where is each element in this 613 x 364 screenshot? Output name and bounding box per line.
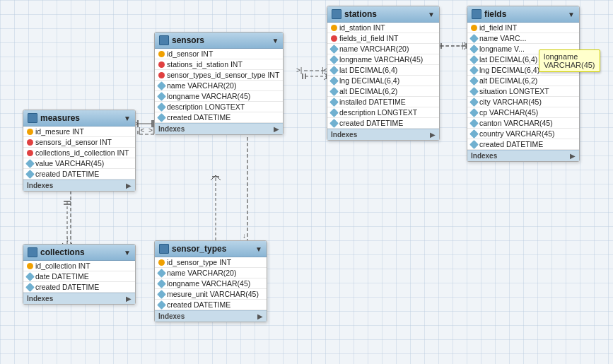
- field-icon: [329, 76, 339, 86]
- fk-icon: [27, 139, 33, 146]
- svg-text:↓: ↓: [243, 232, 246, 240]
- pk-icon: [158, 259, 165, 266]
- indexes-row-sensor_types[interactable]: Indexes ▶: [155, 310, 267, 322]
- indexes-row-fields[interactable]: Indexes ▶: [467, 150, 579, 161]
- table-field-row: sensor_types_id_sensor_type INT: [155, 70, 283, 81]
- field-icon: [25, 170, 35, 179]
- table-field-row: created DATETIME: [155, 300, 267, 310]
- field-icon: [469, 45, 479, 54]
- field-icon: [469, 98, 479, 107]
- field-text: lng DECIMAL(6,4): [339, 76, 399, 85]
- svg-text:|<: |<: [139, 127, 145, 134]
- fk-icon: [158, 61, 165, 68]
- indexes-arrow[interactable]: ▶: [274, 125, 279, 133]
- field-icon: [469, 55, 479, 64]
- table-field-row: created DATETIME: [327, 118, 439, 129]
- table-dropdown-arrow-sensors[interactable]: ▼: [272, 37, 279, 45]
- table-field-row: sensors_id_sensor INT: [23, 137, 135, 148]
- field-text: id_sensor INT: [167, 49, 213, 58]
- table-field-row: name VARC...: [467, 33, 579, 44]
- table-field-row: mesure_unit VARCHAR(45): [155, 289, 267, 300]
- field-text: collections_id_collection INT: [35, 148, 129, 157]
- table-field-row: id_collection INT: [23, 261, 135, 271]
- table-icon-sensors: [159, 35, 169, 45]
- table-header-fields[interactable]: fields ▼: [467, 6, 579, 23]
- table-field-row: description LONGTEXT: [327, 107, 439, 118]
- table-icon-measures: [28, 113, 37, 123]
- table-field-row: situation LONGTEXT: [467, 86, 579, 97]
- table-dropdown-arrow-fields[interactable]: ▼: [568, 11, 575, 18]
- field-text: installed DATETIME: [339, 98, 406, 106]
- indexes-arrow[interactable]: ▶: [257, 312, 263, 320]
- field-text: situation LONGTEXT: [479, 87, 549, 95]
- indexes-arrow[interactable]: ▶: [126, 182, 132, 189]
- field-icon: [157, 269, 166, 278]
- field-text: id_station INT: [339, 23, 385, 32]
- table-field-row: id_sensor INT: [155, 49, 283, 59]
- pk-icon: [471, 25, 477, 31]
- indexes-label: Indexes: [471, 152, 497, 160]
- table-field-row: value VARCHAR(45): [23, 158, 135, 169]
- table-header-measures[interactable]: measures ▼: [23, 110, 135, 127]
- indexes-label: Indexes: [158, 125, 185, 133]
- table-field-row: created DATETIME: [23, 282, 135, 293]
- field-text: id_field INT: [479, 23, 517, 32]
- table-icon-sensor_types: [159, 244, 169, 254]
- indexes-label: Indexes: [331, 131, 357, 139]
- indexes-row-stations[interactable]: Indexes ▶: [327, 129, 439, 140]
- field-text: longname VARCHAR(45): [167, 279, 250, 288]
- table-field-row: name VARCHAR(20): [155, 268, 267, 278]
- table-field-row: collections_id_collection INT: [23, 148, 135, 158]
- field-icon: [469, 108, 479, 117]
- indexes-row-collections[interactable]: Indexes ▶: [23, 293, 135, 304]
- field-icon: [329, 55, 339, 64]
- table-sensor_types: sensor_types ▼ id_sensor_type INT name V…: [154, 240, 267, 322]
- field-text: stations_id_station INT: [167, 60, 243, 69]
- field-icon: [469, 119, 479, 128]
- field-icon: [157, 81, 166, 90]
- field-text: lat DECIMAL(6,4): [479, 55, 537, 64]
- field-icon: [157, 92, 166, 101]
- field-text: canton VARCHAR(45): [479, 119, 553, 127]
- table-field-row: id_sensor_type INT: [155, 257, 267, 268]
- field-icon: [329, 87, 339, 96]
- field-text: name VARCHAR(20): [167, 269, 236, 277]
- field-text: alt DECIMAL(6,2): [479, 76, 537, 85]
- table-field-row: country VARCHAR(45): [467, 129, 579, 139]
- field-text: created DATETIME: [479, 140, 543, 148]
- table-field-row: fields_id_field INT: [327, 33, 439, 44]
- table-header-collections[interactable]: collections ▼: [23, 245, 135, 261]
- table-dropdown-arrow-measures[interactable]: ▼: [124, 115, 131, 122]
- field-icon: [157, 300, 166, 310]
- indexes-row-measures[interactable]: Indexes ▶: [23, 180, 135, 191]
- pk-icon: [331, 25, 337, 31]
- fk-icon: [158, 72, 165, 78]
- indexes-arrow[interactable]: ▶: [430, 131, 436, 139]
- table-header-sensors[interactable]: sensors ▼: [155, 33, 283, 49]
- indexes-row-sensors[interactable]: Indexes ▶: [155, 123, 283, 134]
- table-collections: collections ▼ id_collection INT date DAT…: [23, 244, 136, 305]
- table-dropdown-arrow-stations[interactable]: ▼: [428, 11, 435, 18]
- table-measures: measures ▼ id_mesure INT sensors_id_sens…: [23, 110, 136, 192]
- field-text: date DATETIME: [35, 272, 89, 281]
- table-sensors: sensors ▼ id_sensor INT stations_id_stat…: [154, 32, 284, 135]
- field-text: id_sensor_type INT: [167, 258, 231, 266]
- table-field-row: id_station INT: [327, 23, 439, 33]
- field-text: id_mesure INT: [35, 127, 84, 136]
- indexes-arrow[interactable]: ▶: [570, 152, 576, 160]
- table-dropdown-arrow-sensor_types[interactable]: ▼: [255, 245, 262, 253]
- field-text: longname VARCHAR(45): [339, 55, 423, 64]
- field-text: alt DECIMAL(6,2): [339, 87, 397, 95]
- indexes-arrow[interactable]: ▶: [126, 295, 132, 303]
- table-header-sensor_types[interactable]: sensor_types ▼: [155, 241, 267, 257]
- indexes-label: Indexes: [27, 295, 53, 303]
- table-field-row: alt DECIMAL(6,2): [327, 86, 439, 97]
- field-text: name VARCHAR(20): [167, 81, 236, 90]
- table-header-stations[interactable]: stations ▼: [327, 6, 439, 23]
- field-text: created DATETIME: [167, 113, 230, 122]
- field-text: lng DECIMAL(6,4): [479, 66, 539, 74]
- field-icon: [329, 119, 339, 128]
- table-dropdown-arrow-collections[interactable]: ▼: [124, 249, 131, 257]
- fk-icon: [27, 150, 33, 156]
- field-icon: [329, 108, 339, 117]
